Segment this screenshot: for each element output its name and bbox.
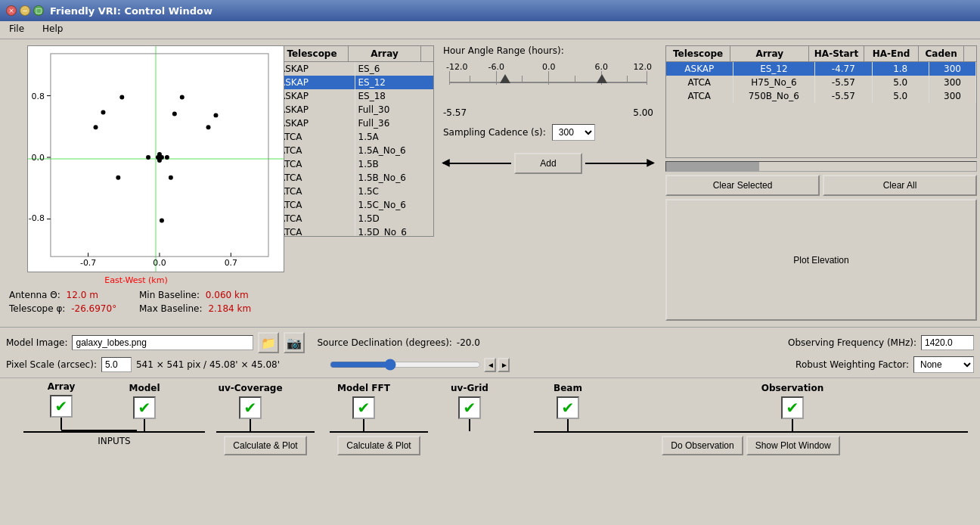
svg-text:0.7: 0.7	[225, 258, 237, 268]
minimize-button[interactable]: −	[20, 5, 30, 16]
pixel-info: 541 × 541 pix / 45.08' × 45.08'	[136, 359, 280, 370]
robust-weighting-select[interactable]: None 0 0.5 1 2	[913, 356, 974, 373]
sel-ha-start-header: HA-Start	[809, 46, 864, 61]
svg-point-28	[172, 111, 177, 116]
array-col-header: Array	[349, 46, 421, 61]
svg-point-26	[206, 125, 211, 129]
source-declination-label: Source Declination (degrees):	[317, 337, 451, 348]
plot-panel: North-South (km)	[0, 39, 272, 327]
observing-frequency-label: Observing Frequency (MHz):	[788, 337, 916, 348]
table-row[interactable]: ATCA1.5D_No_6	[276, 225, 433, 236]
ha-left-value: -5.57	[443, 107, 467, 118]
pipeline-array-check: ✔	[50, 395, 73, 418]
min-baseline-label: Min Baseline: 0.060 km	[139, 290, 263, 300]
pipeline-uvcoverage-check: ✔	[239, 396, 262, 419]
add-button[interactable]: Add	[514, 153, 582, 174]
folder-button[interactable]: 📁	[258, 332, 279, 353]
plot-elevation-button[interactable]: Plot Elevation	[665, 199, 977, 321]
svg-text:0.0: 0.0	[32, 153, 45, 163]
table-row[interactable]: ASKAPFull_30	[276, 103, 433, 116]
svg-text:0.0: 0.0	[153, 258, 166, 268]
sampling-label: Sampling Cadence (s):	[443, 127, 546, 138]
maximize-button[interactable]: □	[33, 5, 44, 16]
telescope-phi-label: Telescope φ: -26.6970°	[9, 303, 133, 314]
table-row[interactable]: ATCA1.5B	[276, 157, 433, 171]
table-row[interactable]: ATCA1.5D	[276, 212, 433, 225]
table-row[interactable]: ATCA1.5A_No_6	[276, 144, 433, 157]
ha-label-minus12: -12.0	[446, 62, 467, 72]
pipeline-uvgrid-label: uv-Grid	[451, 383, 488, 393]
pipeline-uvcoverage-label: uv-Coverage	[218, 383, 282, 393]
pixel-scale-input[interactable]	[101, 357, 132, 372]
svg-point-27	[213, 113, 218, 117]
pipeline-observation-check: ✔	[781, 396, 804, 419]
model-image-input[interactable]	[72, 335, 253, 350]
camera-button[interactable]: 📷	[284, 332, 305, 353]
selected-table-body[interactable]: ASKAP ES_12 -4.77 1.8 300 ATCA H75_No_6 …	[666, 62, 976, 157]
pipeline-array-label: Array	[48, 381, 76, 392]
clear-all-button[interactable]: Clear All	[823, 175, 977, 196]
table-row[interactable]: ATCA1.5C	[276, 185, 433, 198]
source-declination-value: -20.0	[457, 337, 480, 348]
selected-table-row[interactable]: ASKAP ES_12 -4.77 1.8 300	[666, 62, 976, 76]
pipeline-model-check: ✔	[133, 396, 156, 419]
ha-right-value: 5.00	[633, 107, 653, 118]
table-row[interactable]: ASKAPES_18	[276, 89, 433, 103]
table-row[interactable]: ASKAPES_12	[276, 76, 433, 89]
title-bar: × − □ Friendly VRI: Control Window	[0, 0, 980, 21]
pipeline-uvgrid-check: ✔	[458, 396, 481, 419]
telescope-table-header: Telescope Array	[276, 46, 433, 62]
observing-frequency-input[interactable]	[921, 335, 974, 350]
antenna-theta-label: Antenna Θ: 12.0 m	[9, 290, 133, 300]
table-row[interactable]: ASKAPFull_36	[276, 116, 433, 130]
ha-label-plus12: 12.0	[634, 62, 653, 72]
pipeline-observation-label: Observation	[761, 383, 824, 393]
plot-area: -0.7 0.0 0.7 -0.8 0.0 0.8	[27, 45, 284, 272]
table-row[interactable]: ATCA1.5C_No_6	[276, 198, 433, 212]
right-panel: Telescope Array HA-Start HA-End Caden AS…	[662, 39, 980, 327]
svg-text:-0.7: -0.7	[80, 258, 96, 268]
max-baseline-label: Max Baseline: 2.184 km	[139, 303, 263, 314]
selected-table-row[interactable]: ATCA 750B_No_6 -5.57 5.0 300	[666, 89, 976, 103]
declination-left-btn[interactable]: ◄	[484, 358, 496, 372]
ha-handle-left[interactable]	[500, 74, 510, 83]
pipeline-beam-label: Beam	[554, 383, 582, 393]
antenna-plot: -0.7 0.0 0.7 -0.8 0.0 0.8	[28, 46, 284, 272]
pipeline-model-label: Model	[129, 383, 160, 393]
clear-selected-button[interactable]: Clear Selected	[665, 175, 820, 196]
help-menu[interactable]: Help	[39, 23, 66, 36]
show-plot-window-button[interactable]: Show Plot Window	[746, 436, 840, 455]
calc-plot-modelfft-button[interactable]: Calculate & Plot	[337, 436, 420, 455]
svg-point-19	[157, 158, 162, 163]
selected-table[interactable]: Telescope Array HA-Start HA-End Caden AS…	[665, 45, 977, 158]
telescope-list[interactable]: Telescope Array ASKAPES_6 ASKAPES_12 ASK…	[275, 45, 434, 237]
close-button[interactable]: ×	[6, 5, 17, 16]
pipeline-beam-check: ✔	[557, 396, 579, 419]
selected-table-row[interactable]: ATCA H75_No_6 -5.57 5.0 300	[666, 76, 976, 89]
svg-point-21	[165, 155, 169, 160]
plot-xlabel: East-West (km)	[6, 275, 266, 285]
file-menu[interactable]: File	[6, 23, 27, 36]
calc-plot-uvcoverage-button[interactable]: Calculate & Plot	[224, 436, 306, 455]
telescope-col-header: Telescope	[276, 46, 349, 61]
ha-label-minus6: -6.0	[488, 62, 504, 72]
window-title: Friendly VRI: Control Window	[50, 5, 212, 17]
table-row[interactable]: ATCA1.5A	[276, 130, 433, 144]
menubar: File Help	[0, 21, 980, 39]
sampling-cadence-select[interactable]: 300 600 900 1800	[552, 124, 595, 141]
declination-right-btn[interactable]: ►	[498, 358, 510, 372]
svg-point-24	[94, 125, 98, 129]
window-controls: × − □	[6, 5, 44, 16]
svg-point-31	[119, 95, 124, 100]
ha-handle-right[interactable]	[597, 74, 607, 83]
telescope-table-body[interactable]: ASKAPES_6 ASKAPES_12 ASKAPES_18 ASKAPFul…	[276, 62, 433, 236]
pipeline-modelfft-check: ✔	[352, 396, 375, 419]
declination-slider[interactable]	[330, 359, 481, 371]
svg-text:0.8: 0.8	[32, 92, 45, 101]
do-observation-button[interactable]: Do Observation	[662, 436, 743, 455]
table-row[interactable]: ASKAPES_6	[276, 62, 433, 76]
svg-point-20	[157, 152, 162, 157]
sel-cadence-header: Caden	[919, 46, 964, 61]
table-row[interactable]: ATCA1.5B_No_6	[276, 171, 433, 185]
ha-label-plus6: 6.0	[595, 62, 609, 72]
